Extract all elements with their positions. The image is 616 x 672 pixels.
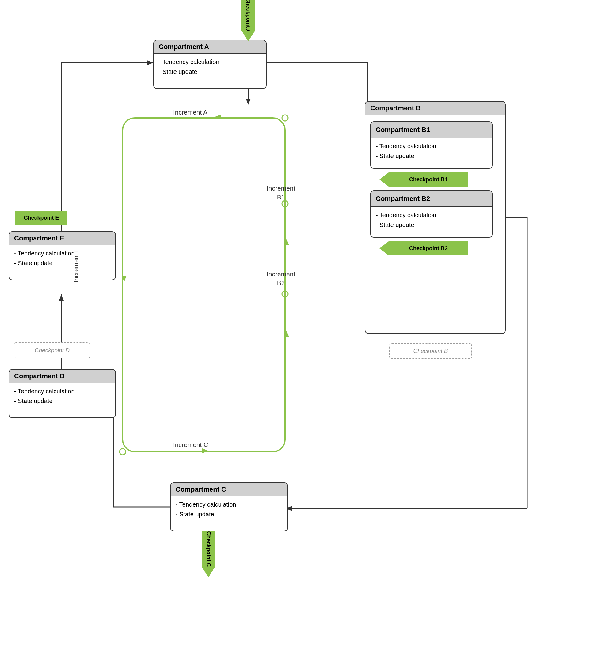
svg-marker-31	[202, 448, 208, 453]
compartment-a-header: Compartment A	[154, 40, 266, 54]
compartment-d-header: Compartment D	[9, 370, 115, 383]
compartment-b-header: Compartment B	[365, 102, 505, 115]
compartment-b-outer: Compartment B Compartment B1 - Tendency …	[365, 101, 506, 334]
svg-marker-5	[147, 60, 153, 65]
compartment-d: Compartment D - Tendency calculation - S…	[9, 369, 116, 418]
checkpoint-b2: Checkpoint B2	[380, 241, 468, 255]
svg-rect-23	[123, 118, 285, 452]
compartment-c-body: - Tendency calculation - State update	[171, 496, 287, 522]
compartment-b1-body: - Tendency calculation - State update	[371, 138, 492, 164]
flow-lines	[0, 0, 616, 672]
svg-point-24	[282, 115, 288, 121]
checkpoint-e: Checkpoint E	[15, 211, 67, 225]
svg-marker-29	[284, 331, 289, 337]
svg-point-30	[119, 449, 126, 455]
compartment-d-body: - Tendency calculation - State update	[9, 383, 115, 409]
increment-a-label: Increment A	[173, 109, 207, 116]
checkpoint-b1: Checkpoint B1	[380, 172, 468, 187]
svg-marker-25	[214, 115, 221, 119]
compartment-e-header: Compartment E	[9, 232, 115, 245]
compartment-a: Compartment A - Tendency calculation - S…	[153, 40, 266, 89]
checkpoint-a: Checkpoint A	[237, 0, 259, 41]
compartment-b2-body: - Tendency calculation - State update	[371, 207, 492, 233]
compartment-c-header: Compartment C	[171, 483, 287, 496]
compartment-b1: Compartment B1 - Tendency calculation - …	[370, 121, 493, 169]
checkpoint-e-label: Checkpoint E	[24, 215, 59, 221]
compartment-e: Compartment E - Tendency calculation - S…	[9, 231, 116, 280]
compartment-e-body: - Tendency calculation - State update	[9, 245, 115, 271]
increment-b2-label: IncrementB2	[266, 270, 295, 288]
diagram: Compartment A - Tendency calculation - S…	[0, 0, 616, 672]
svg-marker-32	[122, 276, 127, 282]
compartment-b2: Compartment B2 - Tendency calculation - …	[370, 190, 493, 238]
checkpoint-d-label: Checkpoint D	[35, 347, 70, 354]
compartment-c: Compartment C - Tendency calculation - S…	[170, 482, 288, 531]
checkpoint-b1-label: Checkpoint B1	[409, 175, 448, 184]
increment-b1-label: IncrementB1	[266, 184, 295, 202]
checkpoint-c: Checkpoint C	[198, 531, 219, 577]
compartment-b2-header: Compartment B2	[371, 191, 492, 207]
checkpoint-b: Checkpoint B	[389, 343, 472, 359]
checkpoint-a-label: Checkpoint A	[245, 0, 251, 31]
compartment-a-body: - Tendency calculation - State update	[154, 54, 266, 80]
svg-marker-27	[284, 239, 289, 245]
increment-c-label: Increment C	[173, 441, 208, 448]
checkpoint-b-label: Checkpoint B	[413, 348, 448, 354]
checkpoint-b2-label: Checkpoint B2	[409, 244, 448, 253]
svg-marker-20	[59, 295, 64, 301]
increment-e-label: Increment E	[72, 248, 80, 282]
checkpoint-d: Checkpoint D	[14, 342, 90, 358]
compartment-b1-header: Compartment B1	[371, 122, 492, 138]
svg-marker-1	[246, 99, 251, 105]
compartment-b-inner: Compartment B1 - Tendency calculation - …	[365, 115, 505, 262]
svg-point-28	[282, 291, 288, 297]
checkpoint-c-label: Checkpoint C	[205, 531, 212, 567]
